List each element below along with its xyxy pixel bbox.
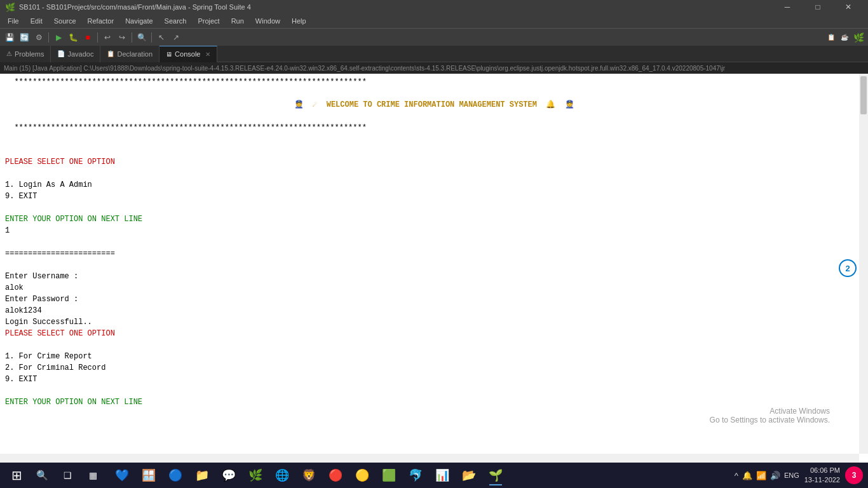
console-line <box>5 339 854 351</box>
taskbar-files[interactable]: 📂 <box>456 464 482 487</box>
console-line <box>5 133 854 145</box>
close-button[interactable]: ✕ <box>834 0 863 14</box>
toolbar-btn-search[interactable]: 🔍 <box>135 30 149 44</box>
tab-declaration[interactable]: 📋 Declaration <box>100 46 159 62</box>
toolbar-btn-6[interactable]: ↗ <box>169 30 183 44</box>
taskbar-brave[interactable]: 🦁 <box>296 464 322 487</box>
console-line <box>5 111 854 122</box>
console-line: ****************************************… <box>5 76 854 88</box>
circle-badge: 2 <box>839 259 857 277</box>
console-line: ENTER YOUR OPTION ON NEXT LINE <box>5 396 854 408</box>
taskbar-zoom[interactable]: 🔵 <box>163 464 188 487</box>
vertical-scrollbar[interactable] <box>859 74 868 454</box>
taskbar-right: ^ 🔔 📶 🔊 ENG 06:06 PM 13-11-2022 3 <box>735 466 863 485</box>
toolbar-stop[interactable]: ■ <box>81 30 95 44</box>
search-button[interactable]: 🔍 <box>31 464 53 487</box>
start-button[interactable]: ⊞ <box>5 464 28 487</box>
notification-badge[interactable]: 3 <box>845 466 863 484</box>
taskbar-chrome[interactable]: 🔴 <box>323 464 348 487</box>
console-line: ======================== <box>5 248 854 259</box>
toolbar-btn-redo[interactable]: ↪ <box>115 30 129 44</box>
widgets-button[interactable]: ▦ <box>81 464 104 487</box>
menu-run[interactable]: Run <box>226 16 249 26</box>
console-icon: 🖥 <box>166 51 172 58</box>
toolbar-btn-java[interactable]: ☕ <box>838 30 851 44</box>
taskbar-vpn[interactable]: 🟩 <box>376 464 402 487</box>
menu-file[interactable]: File <box>3 16 24 26</box>
declaration-icon: 📋 <box>107 50 114 57</box>
toolbar-sep-2 <box>97 32 98 43</box>
tray-expand[interactable]: ^ <box>735 471 738 480</box>
badge-value: 2 <box>845 264 850 273</box>
taskbar-leaflet[interactable]: 🌿 <box>243 464 268 487</box>
console-line: PLEASE SELECT ONE OPTION <box>5 156 854 168</box>
minimize-button[interactable]: ─ <box>773 0 802 14</box>
toolbar-debug[interactable]: 🐛 <box>66 30 80 44</box>
taskbar-windows-explorer[interactable]: 🪟 <box>136 464 161 487</box>
toolbar-btn-undo[interactable]: ↩ <box>100 30 114 44</box>
console-content: ****************************************… <box>5 76 854 408</box>
toolbar-sep-3 <box>132 32 132 43</box>
console-line: Login Successfull.. <box>5 316 854 328</box>
tray-network[interactable]: 📶 <box>756 471 766 480</box>
maximize-button[interactable]: □ <box>803 0 832 14</box>
task-view-button[interactable]: ❑ <box>56 464 79 487</box>
taskbar-sts[interactable]: 🌱 <box>483 464 508 487</box>
scrollbar-thumb[interactable] <box>860 76 867 114</box>
console-line: ENTER YOUR OPTION ON NEXT LINE <box>5 214 854 225</box>
taskbar-apps: 💙 🪟 🔵 📁 💬 🌿 🌐 🦁 🔴 🟡 🟩 🐬 📊 📂 🌱 <box>109 464 732 487</box>
clock-time: 06:06 PM <box>804 466 840 475</box>
app-icon: 🌿 <box>5 3 15 12</box>
tray-notifications[interactable]: 🔔 <box>742 471 752 480</box>
taskbar-ppt[interactable]: 📊 <box>430 464 455 487</box>
toolbar-btn-5[interactable]: ↖ <box>154 30 168 44</box>
menu-window[interactable]: Window <box>250 16 285 26</box>
clock[interactable]: 06:06 PM 13-11-2022 <box>804 466 840 485</box>
toolbar-perspective[interactable]: 📋 <box>825 30 837 44</box>
tab-problems[interactable]: ⚠ Problems <box>0 46 51 62</box>
tab-declaration-label: Declaration <box>117 50 153 58</box>
toolbar-btn-1[interactable]: 💾 <box>3 30 17 44</box>
console-line <box>5 88 854 99</box>
menu-edit[interactable]: Edit <box>25 16 48 26</box>
taskbar-file-explorer[interactable]: 📁 <box>189 464 215 487</box>
tab-console[interactable]: 🖥 Console ✕ <box>159 46 217 62</box>
tab-problems-label: Problems <box>15 50 44 58</box>
console-wrapper: ****************************************… <box>0 74 868 463</box>
menu-search[interactable]: Search <box>159 16 192 26</box>
taskbar-vscode[interactable]: 💙 <box>109 464 135 487</box>
console-line <box>5 202 854 214</box>
menu-refactor[interactable]: Refactor <box>83 16 119 26</box>
toolbar: 💾 🔄 ⚙ ▶ 🐛 ■ ↩ ↪ 🔍 ↖ ↗ 📋 ☕ 🌿 <box>0 28 868 46</box>
menu-navigate[interactable]: Navigate <box>120 16 158 26</box>
window-title: SB101 - SB101Project/src/com/masai/Front… <box>19 3 251 11</box>
tab-javadoc[interactable]: 📄 Javadoc <box>51 46 100 62</box>
taskbar-mysql[interactable]: 🐬 <box>403 464 428 487</box>
taskbar-slack[interactable]: 💬 <box>216 464 241 487</box>
console-line: 1 <box>5 225 854 236</box>
tab-console-label: Console <box>175 50 200 58</box>
taskbar-chrome2[interactable]: 🟡 <box>349 464 375 487</box>
toolbar-btn-spring[interactable]: 🌿 <box>851 30 865 44</box>
horizontal-scrollbar[interactable] <box>0 454 859 463</box>
javadoc-icon: 📄 <box>57 50 65 57</box>
clock-date: 13-11-2022 <box>804 475 840 485</box>
taskbar-edge[interactable]: 🌐 <box>269 464 295 487</box>
console-line: 👮 ☄ WELCOME TO CRIME INFORMATION MANAGEM… <box>5 99 854 111</box>
menu-project[interactable]: Project <box>193 16 224 26</box>
tab-bar: ⚠ Problems 📄 Javadoc 📋 Declaration 🖥 Con… <box>0 46 868 62</box>
console-close-icon[interactable]: ✕ <box>205 51 210 58</box>
path-text: Main (15) [Java Application] C:\Users\91… <box>4 65 725 72</box>
console-line <box>5 385 854 396</box>
console-line <box>5 236 854 248</box>
console-line: alok <box>5 282 854 294</box>
menu-help[interactable]: Help <box>287 16 311 26</box>
toolbar-btn-3[interactable]: ⚙ <box>32 30 46 44</box>
console-scroll[interactable]: ****************************************… <box>0 74 859 454</box>
tray-volume[interactable]: 🔊 <box>770 471 780 480</box>
console-line <box>5 259 854 271</box>
toolbar-run[interactable]: ▶ <box>51 30 65 44</box>
tray-language[interactable]: ENG <box>784 471 799 479</box>
menu-source[interactable]: Source <box>49 16 81 26</box>
toolbar-btn-2[interactable]: 🔄 <box>17 30 31 44</box>
